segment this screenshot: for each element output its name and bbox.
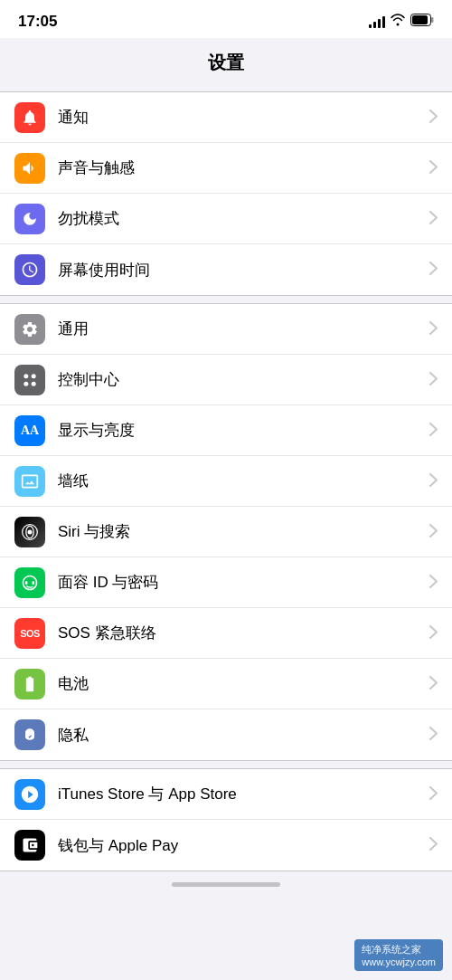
sos-label: SOS 紧急联络 [58,623,422,643]
settings-item-itunes[interactable]: iTunes Store 与 App Store [0,769,452,820]
settings-item-screentime[interactable]: 屏幕使用时间 [0,244,452,295]
svg-point-5 [24,381,28,385]
faceid-label: 面容 ID 与密码 [58,572,422,593]
watermark: 纯净系统之家 www.ycwjzy.com [354,939,443,971]
settings-item-notifications[interactable]: 通知 [0,92,452,143]
sos-icon: SOS [14,618,45,649]
battery-icon [14,669,45,699]
privacy-icon [14,719,45,750]
settings-item-dnd[interactable]: 勿扰模式 [0,194,452,244]
settings-item-sound[interactable]: 声音与触感 [0,143,452,194]
privacy-label: 隐私 [58,725,422,746]
privacy-chevron [429,727,438,743]
wallpaper-label: 墙纸 [58,471,422,491]
status-bar: 17:05 [0,0,452,38]
page-header: 设置 [0,38,452,84]
settings-item-privacy[interactable]: 隐私 [0,709,452,760]
display-chevron [429,423,438,439]
siri-label: Siri 与搜索 [58,521,422,542]
general-chevron [429,321,438,338]
general-label: 通用 [58,319,422,339]
battery-icon [410,14,434,30]
dnd-icon [14,204,45,234]
wallpaper-icon [14,466,45,497]
section-section3: iTunes Store 与 App Store 钱包与 Apple Pay [0,761,452,871]
screentime-chevron [429,262,438,278]
notifications-icon [14,102,45,133]
section-section1: 通知 声音与触感 勿扰模式 屏幕使用时间 [0,84,452,296]
settings-list-section2: 通用 控制中心 AA显示与亮度 墙纸 Siri 与搜索 面容 ID 与密码 SO… [0,303,452,761]
dnd-chevron [429,211,438,227]
home-bar [172,882,280,887]
display-icon: AA [14,415,45,446]
battery-chevron [429,676,438,692]
sos-chevron [429,625,438,642]
itunes-label: iTunes Store 与 App Store [58,784,422,804]
settings-item-sos[interactable]: SOSSOS 紧急联络 [0,608,452,659]
settings-item-wallpaper[interactable]: 墙纸 [0,456,452,507]
sound-chevron [429,160,438,176]
display-label: 显示与亮度 [58,420,422,441]
settings-list-section3: iTunes Store 与 App Store 钱包与 Apple Pay [0,768,452,871]
screentime-label: 屏幕使用时间 [58,260,422,281]
signal-icon [369,15,385,28]
controlcenter-chevron [429,372,438,388]
svg-point-3 [24,374,28,378]
page-title: 设置 [0,51,452,75]
settings-item-wallet[interactable]: 钱包与 Apple Pay [0,820,452,871]
status-icons [369,14,434,30]
sound-icon [14,153,45,184]
siri-icon [14,517,45,547]
settings-item-faceid[interactable]: 面容 ID 与密码 [0,557,452,608]
status-time: 17:05 [18,13,57,31]
svg-rect-2 [412,15,428,24]
section-section2: 通用 控制中心 AA显示与亮度 墙纸 Siri 与搜索 面容 ID 与密码 SO… [0,296,452,761]
siri-chevron [429,524,438,540]
notifications-chevron [429,109,438,126]
settings-item-siri[interactable]: Siri 与搜索 [0,507,452,557]
wallet-chevron [429,837,438,853]
svg-rect-1 [431,17,434,23]
wifi-icon [391,14,405,30]
notifications-label: 通知 [58,107,422,128]
settings-item-display[interactable]: AA显示与亮度 [0,405,452,456]
controlcenter-label: 控制中心 [58,369,422,390]
sound-label: 声音与触感 [58,157,422,178]
wallpaper-chevron [429,473,438,490]
svg-point-6 [32,381,36,385]
itunes-chevron [429,786,438,803]
settings-item-general[interactable]: 通用 [0,304,452,355]
dnd-label: 勿扰模式 [58,208,422,229]
wallet-icon [14,830,45,861]
itunes-icon [14,779,45,810]
settings-item-battery[interactable]: 电池 [0,659,452,709]
settings-container: 通知 声音与触感 勿扰模式 屏幕使用时间 通用 控制中心 AA显示与亮度 [0,84,452,871]
controlcenter-icon [14,365,45,395]
battery-label: 电池 [58,673,422,694]
settings-list-section1: 通知 声音与触感 勿扰模式 屏幕使用时间 [0,91,452,296]
screentime-icon [14,254,45,285]
home-indicator [0,871,452,894]
svg-point-9 [28,529,33,534]
general-icon [14,314,45,345]
faceid-icon [14,567,45,598]
svg-point-4 [32,374,36,378]
faceid-chevron [429,575,438,591]
settings-item-controlcenter[interactable]: 控制中心 [0,355,452,405]
wallet-label: 钱包与 Apple Pay [58,835,422,856]
